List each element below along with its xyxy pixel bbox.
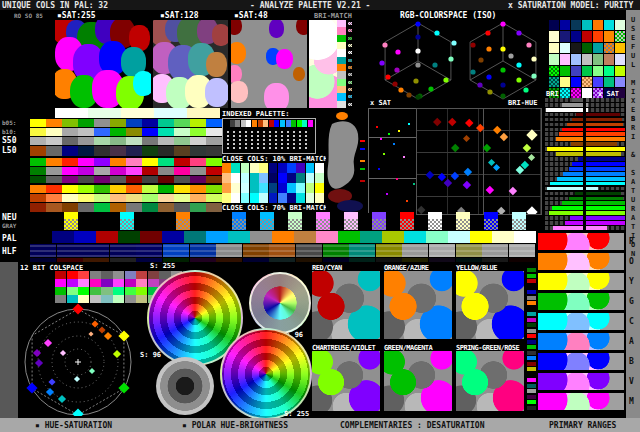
desat-stripe [527,351,536,355]
palette-slot[interactable] [258,120,263,127]
polar-hue-brightness-toggle[interactable]: ▪ POLAR HUE-BRIGHTNESS [182,421,288,430]
neutral-cap [316,212,330,219]
desat-stripe [527,356,536,360]
close-col-swatch [241,173,250,183]
palette-slot[interactable] [241,120,246,127]
palette-slot[interactable] [308,120,313,127]
saturation-model-toggle[interactable]: x SATURATION MODEL: PURITY [508,1,633,10]
pal-swatch[interactable] [404,231,426,243]
mix-swatch [571,43,581,53]
range-swatch [46,185,62,193]
colspace-swatch [125,271,136,279]
sat48-toggle[interactable]: ▪SAT:48 [234,11,268,20]
range-swatch [158,203,174,212]
pal-swatch[interactable] [514,231,536,243]
pal-swatch[interactable] [294,231,316,243]
pal-swatch[interactable] [470,231,492,243]
wheel-dot [72,408,83,416]
palette-slot[interactable] [286,120,291,127]
desat-stripe [527,268,536,272]
color-blob [205,78,228,107]
bri-bar [569,167,583,171]
pal-swatch[interactable] [382,231,404,243]
pal-swatch[interactable] [140,231,162,243]
palette-slot[interactable] [235,120,240,127]
palette-slot[interactable] [246,120,251,127]
pal-swatch[interactable] [360,231,382,243]
close-col-swatch [259,193,268,203]
close-col-swatch [296,193,305,203]
colorspace-dot [516,30,521,35]
palette-slot[interactable] [263,120,268,127]
pal-swatch[interactable] [272,231,294,243]
pal-swatch[interactable] [228,231,250,243]
pal-swatch[interactable] [162,231,184,243]
colorspace-dot [487,89,492,94]
pal-swatch[interactable] [338,231,360,243]
bri-bar [546,108,583,112]
sat-bar [586,216,625,220]
palette-slot[interactable] [302,120,307,127]
hlf-under-swatch [30,258,56,262]
pal-swatch[interactable] [316,231,338,243]
palette-slot[interactable] [297,120,302,127]
bri-match-tick [348,95,352,98]
palette-slot[interactable] [269,120,274,127]
mix-swatch [582,43,592,53]
range-swatch [30,128,46,136]
range-swatch [78,119,94,127]
mix-swatch [604,77,614,87]
colorspace-dot [516,62,521,67]
pal-swatch[interactable] [52,231,74,243]
sat128-toggle[interactable]: ▪SAT:128 [160,11,199,20]
pal-swatch[interactable] [492,231,514,243]
range-swatch [110,203,126,212]
palette-slot[interactable] [224,120,229,127]
sat-bar [586,197,623,201]
close-col-swatch [278,173,287,183]
mix-swatch [604,31,614,41]
range-swatch [190,203,206,212]
palette-slot[interactable] [280,120,285,127]
pal-swatch[interactable] [448,231,470,243]
colorspace-dot [478,57,483,62]
hue-dot [463,181,471,189]
mix-swatch [593,31,603,41]
hue-saturation-toggle[interactable]: ▪ HUE-SATURATION [35,421,112,430]
wheel-dot [88,331,93,336]
close-col-swatch [315,173,324,183]
sat255-toggle[interactable]: ▪SAT:255 [57,11,96,20]
mix-swatch [549,31,559,41]
palette-slot[interactable] [252,120,257,127]
primary-range-letter: G [629,297,634,306]
range-swatch [121,108,154,118]
pal-swatch[interactable] [30,231,52,243]
pal-swatch[interactable] [426,231,448,243]
complementary-panel [456,271,524,339]
close-col-swatch [259,183,268,193]
range-swatch [62,167,78,175]
pal-swatch[interactable] [184,231,206,243]
neutral-cap [372,212,386,219]
palette-slot[interactable] [230,120,235,127]
pal-swatch[interactable] [118,231,140,243]
range-swatch [206,176,222,183]
colspace-swatch [78,271,89,279]
palette-slot[interactable] [274,120,279,127]
range-swatch [30,176,46,183]
range-swatch [174,176,190,183]
range-swatch [174,185,190,193]
pal-swatch[interactable] [250,231,272,243]
mix-swatch [582,77,592,87]
mix-swatch [604,43,614,53]
range-swatch [142,194,158,202]
colorspace-dot [485,30,490,35]
pal-swatch[interactable] [96,231,118,243]
close-col-swatch [231,163,240,173]
palette-slot[interactable] [291,120,296,127]
neutral-mix [372,219,386,230]
wheel-dot [33,349,41,357]
range-swatch [78,158,94,166]
pal-swatch[interactable] [74,231,96,243]
pal-swatch[interactable] [206,231,228,243]
